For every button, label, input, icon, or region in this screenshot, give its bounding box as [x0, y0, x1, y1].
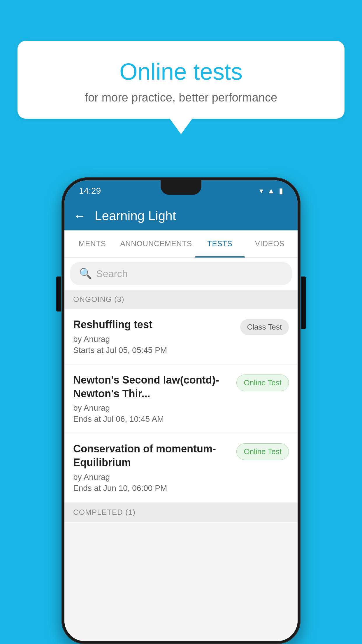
bubble-pointer: [169, 118, 193, 134]
tab-announcements[interactable]: ANNOUNCEMENTS: [117, 230, 195, 257]
test-author-1: by Anurag: [73, 335, 236, 344]
test-card-content-2: Newton's Second law(contd)-Newton's Thir…: [73, 373, 232, 424]
status-bar: 14:29 ▾ ▲ ▮: [64, 180, 298, 201]
test-card-content-3: Conservation of momentum-Equilibrium by …: [73, 442, 232, 493]
phone-device: 14:29 ▾ ▲ ▮ ← Learning Light MENTS: [61, 177, 301, 644]
test-card-newton[interactable]: Newton's Second law(contd)-Newton's Thir…: [64, 365, 298, 433]
ongoing-section-header: ONGOING (3): [64, 290, 298, 309]
signal-icon: ▲: [267, 186, 275, 195]
test-author-2: by Anurag: [73, 403, 232, 413]
search-container: 🔍 Search: [64, 258, 298, 290]
test-date-1: Starts at Jul 05, 05:45 PM: [73, 346, 236, 355]
test-date-3: Ends at Jun 10, 06:00 PM: [73, 484, 232, 493]
test-date-2: Ends at Jul 06, 10:45 AM: [73, 414, 232, 424]
test-card-content-1: Reshuffling test by Anurag Starts at Jul…: [73, 318, 236, 355]
wifi-icon: ▾: [259, 186, 263, 195]
test-badge-1: Class Test: [240, 319, 289, 335]
test-author-3: by Anurag: [73, 473, 232, 482]
tabs-bar: MENTS ANNOUNCEMENTS TESTS VIDEOS: [64, 230, 298, 258]
content-area: ONGOING (3) Reshuffling test by Anurag S…: [64, 290, 298, 641]
completed-section-header: COMPLETED (1): [64, 503, 298, 522]
test-card-conservation[interactable]: Conservation of momentum-Equilibrium by …: [64, 433, 298, 502]
test-badge-3: Online Test: [236, 443, 289, 460]
test-title-2: Newton's Second law(contd)-Newton's Thir…: [73, 373, 232, 401]
speech-bubble: Online tests for more practice, better p…: [17, 41, 345, 119]
test-title-3: Conservation of momentum-Equilibrium: [73, 442, 232, 470]
speech-bubble-section: Online tests for more practice, better p…: [17, 41, 345, 134]
back-button[interactable]: ←: [73, 209, 86, 223]
bubble-subtitle: for more practice, better performance: [35, 91, 327, 104]
status-icons: ▾ ▲ ▮: [259, 186, 283, 195]
search-input[interactable]: Search: [96, 268, 128, 279]
phone-frame: 14:29 ▾ ▲ ▮ ← Learning Light MENTS: [61, 177, 301, 644]
test-title-1: Reshuffling test: [73, 318, 236, 332]
bubble-title: Online tests: [35, 58, 327, 85]
phone-screen: 14:29 ▾ ▲ ▮ ← Learning Light MENTS: [64, 180, 298, 641]
test-card-reshuffling[interactable]: Reshuffling test by Anurag Starts at Jul…: [64, 309, 298, 364]
test-badge-2: Online Test: [236, 374, 289, 391]
battery-icon: ▮: [279, 186, 283, 195]
app-bar: ← Learning Light: [64, 201, 298, 230]
tab-ments[interactable]: MENTS: [67, 230, 117, 257]
status-time: 14:29: [79, 186, 101, 196]
tab-videos[interactable]: VIDEOS: [245, 230, 295, 257]
phone-notch: [161, 180, 201, 195]
app-bar-title: Learning Light: [95, 209, 176, 223]
search-icon: 🔍: [79, 267, 92, 280]
tab-tests[interactable]: TESTS: [195, 230, 245, 257]
search-bar[interactable]: 🔍 Search: [70, 262, 292, 285]
